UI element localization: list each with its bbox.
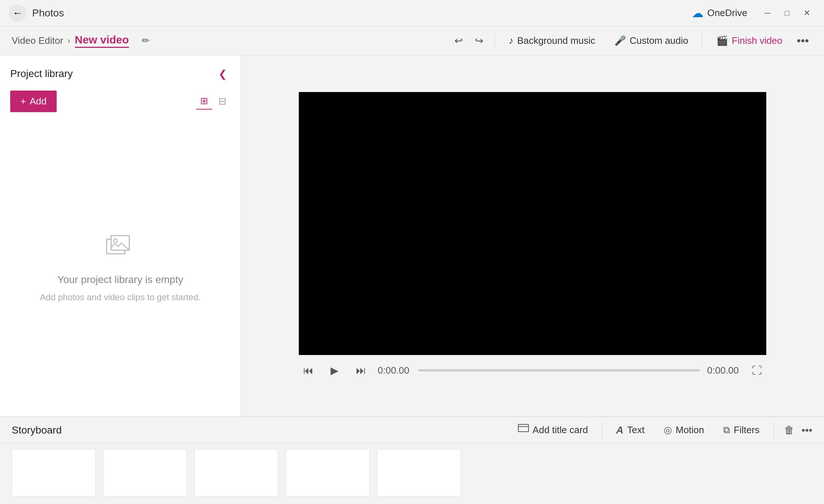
motion-icon: ◎ bbox=[664, 424, 672, 436]
progress-bar[interactable] bbox=[418, 369, 700, 371]
svg-rect-3 bbox=[518, 424, 529, 432]
storyboard-slot-3[interactable] bbox=[194, 449, 278, 497]
text-button[interactable]: A Text bbox=[608, 421, 653, 440]
view-grid-button[interactable]: ⊞ bbox=[196, 93, 212, 110]
storyboard-sep-1 bbox=[602, 423, 602, 438]
collapse-icon: ❮ bbox=[218, 68, 227, 80]
video-canvas bbox=[299, 92, 766, 355]
grid-icon: ⊞ bbox=[200, 95, 208, 107]
finish-video-button[interactable]: 🎬 Finish video bbox=[708, 31, 790, 50]
video-preview-area: ⏮ ▶ ⏭ 0:00.00 0:00.00 ⛶ bbox=[241, 56, 824, 416]
empty-state-icon bbox=[106, 234, 135, 267]
close-icon: ✕ bbox=[804, 8, 810, 18]
toolbar-right: ↩ ↪ ♪ Background music 🎤 Custom audio 🎬 … bbox=[449, 31, 812, 50]
play-button[interactable]: ▶ bbox=[325, 361, 344, 380]
rewind-button[interactable]: ⏮ bbox=[299, 361, 318, 380]
onedrive-icon: ☁ bbox=[692, 6, 703, 20]
custom-audio-icon: 🎤 bbox=[614, 35, 626, 46]
add-label: Add bbox=[30, 96, 46, 107]
back-icon: ← bbox=[12, 7, 23, 19]
list-icon: ⊟ bbox=[218, 96, 226, 107]
music-icon: ♪ bbox=[509, 35, 514, 46]
delete-icon: 🗑 bbox=[784, 424, 794, 436]
motion-button[interactable]: ◎ Motion bbox=[656, 421, 712, 439]
undo-icon: ↩ bbox=[454, 35, 463, 47]
storyboard-slot-2[interactable] bbox=[103, 449, 187, 497]
main-layout: Project library ❮ + Add ⊞ ⊟ bbox=[0, 56, 824, 416]
edit-title-button[interactable]: ✏ bbox=[138, 33, 154, 49]
title-bar: ← Photos ☁ OneDrive ─ □ ✕ bbox=[0, 0, 824, 26]
rewind-icon: ⏮ bbox=[303, 364, 313, 377]
storyboard-sep-2 bbox=[774, 423, 774, 438]
onedrive-label: OneDrive bbox=[707, 7, 747, 19]
storyboard-title: Storyboard bbox=[12, 424, 62, 436]
filters-label: Filters bbox=[734, 424, 760, 436]
time-end: 0:00.00 bbox=[707, 365, 740, 376]
onedrive-area: ☁ OneDrive bbox=[692, 6, 747, 20]
app-name: Photos bbox=[32, 7, 64, 19]
close-button[interactable]: ✕ bbox=[798, 5, 815, 22]
empty-subtitle: Add photos and video clips to get starte… bbox=[40, 292, 201, 302]
back-button[interactable]: ← bbox=[9, 4, 26, 22]
delete-button[interactable]: 🗑 bbox=[780, 421, 799, 440]
storyboard-more-button[interactable]: ••• bbox=[802, 424, 812, 436]
library-empty-state: Your project library is empty Add photos… bbox=[10, 119, 230, 416]
view-toggle: ⊞ ⊟ bbox=[196, 93, 230, 110]
text-icon: A bbox=[616, 424, 623, 436]
storyboard-slot-4[interactable] bbox=[286, 449, 370, 497]
window-controls: ☁ OneDrive ─ □ ✕ bbox=[692, 5, 815, 22]
breadcrumb-video-editor[interactable]: Video Editor bbox=[12, 35, 63, 46]
text-label: Text bbox=[627, 424, 645, 436]
undo-redo-group: ↩ ↪ bbox=[449, 31, 489, 50]
storyboard-area: Storyboard Add title card A Text ◎ Motio… bbox=[0, 416, 824, 504]
background-music-label: Background music bbox=[517, 35, 595, 46]
library-header: Project library ❮ bbox=[10, 66, 230, 82]
storyboard-actions: Add title card A Text ◎ Motion ⧉ Filters… bbox=[510, 420, 812, 440]
storyboard-more-icon: ••• bbox=[802, 424, 812, 436]
breadcrumb: Video Editor › New video bbox=[12, 34, 129, 48]
background-music-button[interactable]: ♪ Background music bbox=[501, 31, 603, 50]
undo-button[interactable]: ↩ bbox=[449, 31, 468, 50]
toolbar-separator-2 bbox=[702, 34, 702, 48]
video-controls: ⏮ ▶ ⏭ 0:00.00 0:00.00 ⛶ bbox=[299, 361, 766, 380]
forward-icon: ⏭ bbox=[356, 364, 366, 377]
storyboard-slots bbox=[0, 443, 824, 503]
add-media-button[interactable]: + Add bbox=[10, 91, 57, 112]
forward-button[interactable]: ⏭ bbox=[351, 361, 370, 380]
more-options-button[interactable]: ••• bbox=[793, 31, 812, 50]
custom-audio-button[interactable]: 🎤 Custom audio bbox=[606, 31, 696, 50]
library-title: Project library bbox=[10, 68, 73, 80]
minimize-button[interactable]: ─ bbox=[759, 5, 776, 22]
more-icon: ••• bbox=[797, 34, 809, 47]
toolbar-separator-1 bbox=[495, 34, 495, 48]
minimize-icon: ─ bbox=[764, 8, 770, 18]
empty-title: Your project library is empty bbox=[57, 274, 183, 286]
add-title-card-button[interactable]: Add title card bbox=[510, 420, 596, 440]
custom-audio-label: Custom audio bbox=[630, 35, 688, 46]
filters-icon: ⧉ bbox=[723, 424, 730, 436]
toolbar: Video Editor › New video ✏ ↩ ↪ ♪ Backgro… bbox=[0, 26, 824, 56]
storyboard-slot-1[interactable] bbox=[12, 449, 96, 497]
filters-button[interactable]: ⧉ Filters bbox=[715, 421, 768, 439]
storyboard-slot-5[interactable] bbox=[377, 449, 461, 497]
time-start: 0:00.00 bbox=[378, 365, 411, 376]
storyboard-header: Storyboard Add title card A Text ◎ Motio… bbox=[0, 417, 824, 443]
project-library-panel: Project library ❮ + Add ⊞ ⊟ bbox=[0, 56, 241, 416]
redo-button[interactable]: ↪ bbox=[470, 31, 489, 50]
add-title-card-icon bbox=[518, 424, 529, 436]
play-icon: ▶ bbox=[331, 364, 339, 377]
fullscreen-icon: ⛶ bbox=[752, 364, 762, 377]
redo-icon: ↪ bbox=[475, 35, 483, 47]
motion-label: Motion bbox=[676, 424, 704, 436]
edit-icon: ✏ bbox=[142, 35, 150, 46]
library-toolbar: + Add ⊞ ⊟ bbox=[10, 91, 230, 112]
add-title-card-label: Add title card bbox=[533, 424, 588, 436]
finish-icon: 🎬 bbox=[716, 35, 728, 46]
fullscreen-button[interactable]: ⛶ bbox=[747, 361, 766, 380]
maximize-button[interactable]: □ bbox=[779, 5, 796, 22]
add-icon: + bbox=[20, 96, 26, 107]
breadcrumb-separator: › bbox=[68, 36, 70, 46]
view-list-button[interactable]: ⊟ bbox=[214, 93, 230, 110]
maximize-icon: □ bbox=[785, 8, 789, 18]
library-collapse-button[interactable]: ❮ bbox=[214, 66, 230, 82]
